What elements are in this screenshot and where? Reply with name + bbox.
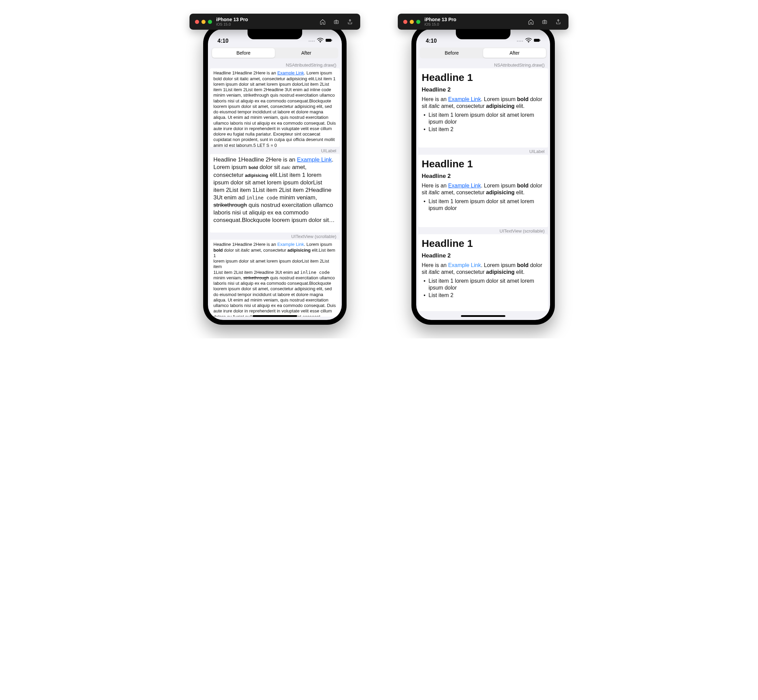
- notch: [456, 29, 511, 39]
- svg-point-1: [336, 21, 338, 23]
- panel-textview[interactable]: Headline 1Headline 2Here is an Example L…: [210, 240, 340, 317]
- example-link[interactable]: Example Link: [448, 183, 481, 189]
- headline-1: Headline 1: [422, 158, 545, 170]
- status-time: 4:10: [426, 38, 437, 44]
- device-name: iPhone 13 Pro: [216, 17, 248, 22]
- headline-2: Headline 2: [422, 86, 545, 93]
- panel-uilabel: Headline 1 Headline 2 Here is an Example…: [418, 155, 548, 227]
- battery-icon: [534, 38, 541, 44]
- svg-point-7: [528, 42, 529, 43]
- section-label-draw: NSAttributedString.draw(): [210, 61, 340, 68]
- notch: [247, 29, 302, 39]
- tab-before[interactable]: Before: [420, 48, 483, 58]
- segmented-control[interactable]: Before After: [420, 47, 547, 58]
- phone-frame: 4:10 •••• Before After NSAttributedStrin…: [411, 24, 555, 325]
- zoom-icon[interactable]: [208, 20, 212, 24]
- example-link[interactable]: Example Link: [277, 242, 304, 247]
- svg-rect-5: [542, 20, 547, 23]
- screenshot-icon[interactable]: [540, 18, 549, 26]
- device-os: iOS 15.0: [216, 22, 248, 26]
- wifi-icon: [317, 38, 324, 44]
- panel-uilabel: Headline 1Headline 2Here is an Example L…: [210, 154, 340, 233]
- segmented-control[interactable]: Before After: [211, 47, 338, 58]
- device-title-block: iPhone 13 Pro iOS 15.0: [216, 17, 248, 26]
- simulator-chrome: iPhone 13 Pro iOS 15.0: [189, 14, 360, 30]
- window-traffic-lights[interactable]: [195, 20, 212, 24]
- close-icon[interactable]: [403, 20, 407, 24]
- cellular-icon: ••••: [517, 39, 524, 43]
- list-item: List item 1 lorem ipsum dolor sit amet l…: [428, 112, 545, 125]
- panel-textview[interactable]: Headline 1 Headline 2 Here is an Example…: [418, 234, 548, 311]
- screenshot-icon[interactable]: [331, 18, 341, 26]
- svg-point-6: [544, 21, 545, 23]
- section-label-uilabel: UILabel: [210, 147, 340, 154]
- example-link[interactable]: Example Link: [448, 96, 481, 102]
- list-item: List item 1 lorem ipsum dolor sit amet l…: [428, 278, 545, 291]
- home-indicator[interactable]: [461, 315, 505, 317]
- section-label-draw: NSAttributedString.draw(): [418, 61, 548, 68]
- tab-after[interactable]: After: [483, 48, 546, 58]
- example-link[interactable]: Example Link: [277, 70, 304, 75]
- cellular-icon: ••••: [309, 39, 315, 43]
- example-link[interactable]: Example Link: [297, 156, 332, 163]
- battery-icon: [325, 38, 332, 44]
- svg-rect-4: [331, 40, 332, 41]
- example-link[interactable]: Example Link: [448, 262, 481, 268]
- close-icon[interactable]: [195, 20, 199, 24]
- simulator-chrome: iPhone 13 Pro iOS 15.0: [398, 14, 569, 30]
- home-icon[interactable]: [318, 18, 327, 26]
- section-label-uilabel: UILabel: [418, 147, 548, 155]
- svg-rect-0: [334, 20, 338, 23]
- svg-rect-9: [540, 40, 540, 41]
- tab-after[interactable]: After: [275, 48, 338, 58]
- section-label-textview: UITextView (scrollable): [210, 233, 340, 240]
- zoom-icon[interactable]: [416, 20, 420, 24]
- device-title-block: iPhone 13 Pro iOS 15.0: [424, 17, 456, 26]
- status-time: 4:10: [217, 38, 228, 44]
- svg-rect-8: [534, 39, 539, 42]
- device-os: iOS 15.0: [424, 22, 456, 26]
- window-traffic-lights[interactable]: [403, 20, 420, 24]
- device-name: iPhone 13 Pro: [424, 17, 456, 22]
- headline-1: Headline 1: [422, 71, 545, 84]
- svg-rect-3: [326, 39, 331, 42]
- share-icon[interactable]: [345, 18, 355, 26]
- phone-frame: 4:10 •••• Before After NSAttributedStrin…: [203, 24, 347, 325]
- section-label-textview: UITextView (scrollable): [418, 227, 548, 234]
- list-item: List item 1 lorem ipsum dolor sit amet l…: [428, 198, 545, 212]
- tab-before[interactable]: Before: [212, 48, 275, 58]
- list-item: List item 2: [428, 126, 545, 133]
- headline-1: Headline 1: [422, 237, 545, 250]
- home-indicator[interactable]: [253, 315, 297, 317]
- headline-2: Headline 2: [422, 252, 545, 259]
- share-icon[interactable]: [553, 18, 563, 26]
- wifi-icon: [525, 38, 532, 44]
- minimize-icon[interactable]: [410, 20, 414, 24]
- headline-2: Headline 2: [422, 172, 545, 180]
- minimize-icon[interactable]: [202, 20, 206, 24]
- svg-point-2: [320, 42, 320, 43]
- simulator-after: iPhone 13 Pro iOS 15.0 4:10 •••• Before: [398, 14, 569, 325]
- panel-draw: Headline 1Headline 2Here is an Example L…: [210, 68, 340, 147]
- home-icon[interactable]: [526, 18, 536, 26]
- list-item: List item 2: [428, 292, 545, 299]
- panel-draw: Headline 1 Headline 2 Here is an Example…: [418, 68, 548, 147]
- simulator-before: iPhone 13 Pro iOS 15.0 4:10 •••• Before: [189, 14, 360, 325]
